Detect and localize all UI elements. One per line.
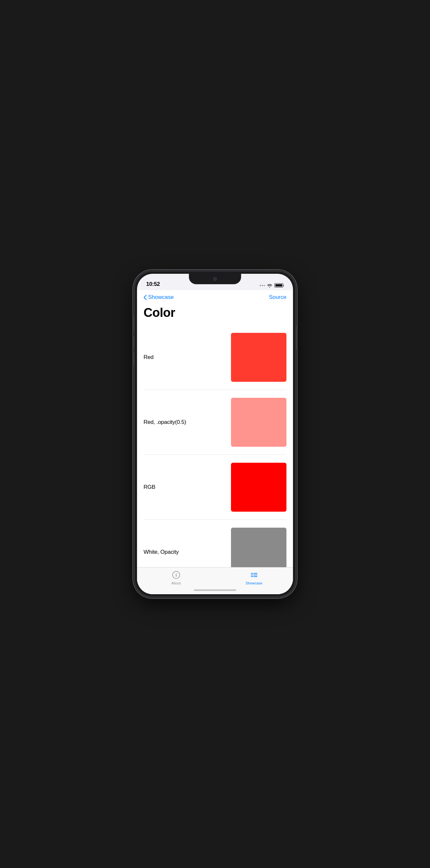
color-row-rgb: RGB [144,455,286,520]
phone-screen: 10:52 [137,274,293,594]
status-time: 10:52 [146,281,160,287]
source-button[interactable]: Source [269,294,286,301]
screen-content: Showcase Source Color Red Red, .opacity(… [137,290,293,594]
about-icon: i [171,570,181,580]
color-swatch-red-opacity [231,398,286,447]
camera [213,277,217,281]
nav-bar: Showcase Source [137,290,293,303]
tab-about[interactable]: i About [137,570,215,585]
color-label-white-opacity: White, Opacity [144,549,179,555]
color-swatch-rgb [231,463,286,512]
wifi-icon [267,283,272,287]
back-chevron-icon [144,294,147,300]
color-row-white-opacity: White, Opacity [144,520,286,567]
notch [189,274,241,284]
color-row-red: Red [144,325,286,390]
back-button[interactable]: Showcase [144,294,174,301]
tab-showcase[interactable]: Showcase [215,570,293,585]
tab-showcase-label: Showcase [246,581,263,585]
battery-icon [274,283,284,287]
status-icons [260,283,284,287]
tab-about-label: About [171,581,181,585]
color-label-rgb: RGB [144,484,155,491]
color-label-red-opacity: Red, .opacity(0.5) [144,419,186,426]
back-label: Showcase [148,294,174,301]
page-title: Color [137,303,293,325]
signal-icon [260,285,265,286]
color-swatch-white-opacity [231,528,286,567]
source-label: Source [269,294,286,300]
home-indicator [194,589,236,591]
color-label-red: Red [144,354,154,361]
color-row-red-opacity: Red, .opacity(0.5) [144,390,286,455]
svg-text:i: i [176,573,177,578]
color-swatch-red [231,333,286,382]
showcase-icon [249,570,259,580]
phone-frame: 10:52 [134,271,296,597]
color-list: Red Red, .opacity(0.5) RGB White, Opacit… [137,325,293,567]
